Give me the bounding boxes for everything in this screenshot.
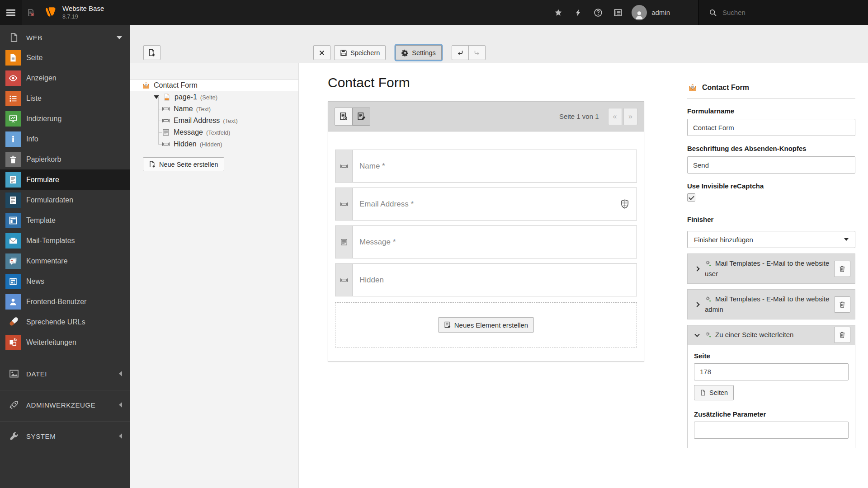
form-name-input[interactable]: [687, 119, 855, 136]
new-form-button[interactable]: [143, 45, 160, 60]
redirect-page-input[interactable]: [694, 363, 849, 380]
finisher-heading: Finisher: [687, 216, 855, 223]
form-element-name[interactable]: Name *: [335, 150, 637, 183]
tree-node-page-1[interactable]: page-1 (Seite): [130, 91, 298, 103]
undo-redo-group: [452, 45, 486, 60]
tree-node-name[interactable]: Name (Text): [130, 103, 298, 115]
sidebar-item-formulardaten[interactable]: Formulardaten: [0, 190, 130, 210]
next-page-button[interactable]: »: [623, 108, 637, 125]
chevron-right-icon: [694, 266, 699, 271]
element-drag-handle[interactable]: [335, 150, 353, 182]
save-button[interactable]: Speichern: [334, 45, 386, 60]
sidebar-item-info[interactable]: Info: [0, 129, 130, 149]
new-element-button[interactable]: Neues Element erstellen: [438, 317, 534, 333]
page-icon: [163, 93, 171, 101]
sidebar-section-adminwerkzeuge: ADMINWERKZEUGE: [0, 390, 130, 419]
recaptcha-checkbox[interactable]: [687, 193, 695, 202]
redo-button[interactable]: [468, 45, 486, 60]
sidebar-item-news[interactable]: News: [0, 271, 130, 291]
sidebar-item-anzeigen[interactable]: Anzeigen: [0, 68, 130, 88]
sidebar-item-mail-templates[interactable]: Mail-Templates: [0, 230, 130, 251]
sidebar-item-indizierung[interactable]: Indizierung: [0, 108, 130, 129]
news-module-icon: [5, 274, 21, 289]
finisher-gear-icon: [705, 296, 712, 303]
previous-page-button[interactable]: «: [608, 108, 622, 125]
pages-browse-button[interactable]: Seiten: [694, 385, 734, 400]
file-section-icon: [8, 369, 20, 379]
tree-node-type: (Text): [223, 117, 238, 124]
tree-node-message[interactable]: Message (Textfeld): [130, 127, 298, 138]
tree-node-contact-form[interactable]: Contact Form: [130, 80, 298, 91]
menu-toggle-button[interactable]: [0, 0, 22, 25]
finisher-label: Mail Templates - E-Mail to the website u…: [705, 259, 829, 277]
undo-button[interactable]: [452, 45, 469, 60]
inspector-header: Contact Form: [687, 83, 855, 99]
new-element-icon: [444, 321, 451, 328]
finisher-header-email-user[interactable]: Mail Templates - E-Mail to the website u…: [687, 253, 855, 284]
element-drag-handle[interactable]: [335, 226, 353, 258]
form-element-email-address[interactable]: Email Address *: [335, 188, 637, 221]
delete-finisher-button[interactable]: [834, 296, 850, 313]
sidebar-item-kommentare[interactable]: Kommentare: [0, 251, 130, 271]
stage-column: Contact Form Seite 1 von 1 « »: [328, 63, 644, 361]
sidebar-section-web-header[interactable]: WEB: [0, 28, 130, 47]
stage-pagination: Seite 1 von 1 « »: [559, 108, 637, 125]
form-element-hidden[interactable]: Hidden: [335, 263, 637, 296]
abstract-view-button[interactable]: [335, 108, 353, 126]
clear-cache-button[interactable]: [568, 0, 588, 25]
save-label: Speichern: [350, 49, 380, 56]
sidebar-item-sprechende-urls[interactable]: Sprechende URLs: [0, 312, 130, 332]
user-menu[interactable]: admin: [632, 5, 670, 20]
finisher-select[interactable]: Finisher hinzufügen: [687, 231, 855, 248]
submit-button-text-input[interactable]: [687, 156, 855, 174]
element-drag-handle[interactable]: [335, 188, 353, 220]
sidebar-section-datei-header[interactable]: DATEI: [0, 364, 130, 384]
sidebar-item-liste[interactable]: Liste: [0, 88, 130, 108]
finisher-header-email-admin[interactable]: Mail Templates - E-Mail to the website a…: [687, 289, 855, 319]
form-stage: Seite 1 von 1 « » Name * Email Add: [328, 101, 644, 361]
chevron-down-icon: [117, 36, 122, 39]
settings-button[interactable]: Settings: [396, 45, 441, 60]
page-indicator: Seite 1 von 1: [559, 113, 599, 120]
sidebar-section-system-header[interactable]: SYSTEM: [0, 426, 130, 446]
element-drag-handle[interactable]: [335, 264, 353, 296]
bookmarks-button[interactable]: [548, 0, 568, 25]
element-label: Email Address *: [359, 200, 414, 209]
recycler-module-icon: [5, 152, 21, 167]
sidebar-item-formulare[interactable]: Formulare: [0, 169, 130, 190]
lightning-icon: [574, 9, 582, 17]
delete-finisher-button[interactable]: [834, 261, 850, 277]
tree-node-hidden[interactable]: Hidden (Hidden): [130, 138, 298, 150]
page-title: Contact Form: [328, 75, 644, 90]
finisher-header-redirect[interactable]: Zu einer Seite weiterleiten: [688, 325, 855, 345]
additional-params-input[interactable]: [694, 422, 849, 439]
form-element-message[interactable]: Message *: [335, 225, 637, 258]
sidebar-item-frontend-benutzer[interactable]: Frontend-Benutzer: [0, 291, 130, 312]
new-page-button[interactable]: Neue Seite erstellen: [143, 157, 224, 171]
chevron-left-icon: [119, 433, 122, 439]
preview-view-button[interactable]: [352, 108, 370, 126]
close-button[interactable]: [313, 45, 330, 60]
sidebar-item-papierkorb[interactable]: Papierkorb: [0, 149, 130, 169]
search-input[interactable]: [722, 9, 849, 16]
tree-node-type: (Text): [196, 106, 211, 113]
sidebar-item-template[interactable]: Template: [0, 210, 130, 230]
sidebar-section-adminwerkzeuge-header[interactable]: ADMINWERKZEUGE: [0, 395, 130, 415]
undo-icon: [457, 49, 464, 56]
form-icon: [142, 81, 150, 89]
site-info: Website Base 8.7.19: [62, 5, 104, 20]
username-label: admin: [651, 9, 670, 16]
sidebar-item-weiterleitungen[interactable]: Weiterleitungen: [0, 332, 130, 352]
chevron-left-icon: [119, 402, 122, 408]
help-button[interactable]: [588, 0, 608, 25]
sidebar-item-seite[interactable]: Seite: [0, 47, 130, 68]
finisher-item-redirect: Zu einer Seite weiterleiten Seite Seiten…: [687, 325, 855, 448]
element-label: Message *: [359, 238, 396, 247]
system-information-button[interactable]: [608, 0, 628, 25]
tree-node-email-address[interactable]: Email Address (Text): [130, 115, 298, 127]
textarea-icon: [162, 128, 170, 136]
tree-node-type: (Seite): [200, 94, 217, 101]
delete-finisher-button[interactable]: [834, 327, 850, 343]
opendocs-icon[interactable]: [22, 0, 40, 25]
trash-icon: [839, 265, 846, 272]
